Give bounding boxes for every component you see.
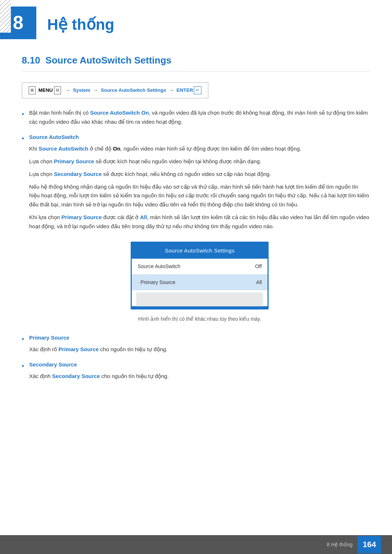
secondary-source-para: Xác định Secondary Source cho nguồn tín … <box>29 372 370 381</box>
grid-icon: ⊟ <box>54 86 61 94</box>
autoswitch-para5: Khi lựa chọn Primary Source được cài đặt… <box>29 213 370 231</box>
all-label: All <box>140 214 147 220</box>
autoswitch-para2: Lựa chọn Primary Source sẽ được kích hoạ… <box>29 157 370 166</box>
secondary-source-bold: Secondary Source <box>52 373 100 379</box>
menu-arrow3: → <box>169 87 174 93</box>
autoswitch-para4: Nếu hệ thống không nhận dạng cả nguồn tí… <box>29 182 370 209</box>
intro-bullet-item: • Bật màn hình hiển thị có Source AutoSw… <box>22 108 370 130</box>
menu-label: MENU <box>38 87 53 93</box>
source-autoswitch-bullet: • Source AutoSwitch Khi Source AutoSwitc… <box>22 133 370 330</box>
settings-row-primary: · Primary Source All <box>132 275 268 290</box>
menu-system: System <box>73 87 90 93</box>
autoswitch-para1: Khi Source AutoSwitch ở chế độ On, nguồn… <box>29 144 370 153</box>
settings-box-title: Source AutoSwitch Settings <box>132 243 268 259</box>
settings-box-body: Source AutoSwitch Off · Primary Source A… <box>132 259 268 306</box>
primary-source-bold: Primary Source <box>58 346 99 352</box>
intro-bullet-content: Bật màn hình hiển thị có Source AutoSwit… <box>29 108 370 130</box>
chapter-title: Hệ thống <box>47 9 114 37</box>
secondary-source-bullet: • Secondary Source Xác định Secondary So… <box>22 360 370 385</box>
autoswitch-para3: Lựa chọn Secondary Source sẽ được kích h… <box>29 170 370 179</box>
primary-source-header: Primary Source <box>29 333 370 342</box>
bullet-dot-1: • <box>22 109 24 120</box>
primary-source-ref2: Primary Source <box>61 214 102 220</box>
intro-para: Bật màn hình hiển thị có Source AutoSwit… <box>29 108 370 127</box>
settings-row1-value: Off <box>255 262 262 270</box>
bullet-dot-4: • <box>22 361 24 372</box>
primary-source-bullet: • Primary Source Xác định rõ Primary Sou… <box>22 333 370 358</box>
settings-row1-label: Source AutoSwitch <box>138 262 180 270</box>
menu-enter-label: ENTER <box>176 87 193 93</box>
primary-source-para: Xác định rõ Primary Source cho nguồn tín… <box>29 345 370 354</box>
content-area: 8.10 Source AutoSwitch Settings ⊞ MENU ⊟… <box>0 53 392 416</box>
menu-arrow2: → <box>93 87 98 93</box>
footer-page-number: 164 <box>358 536 381 553</box>
settings-row2-label: · Primary Source <box>138 278 175 286</box>
source-autoswitch-header: Source AutoSwitch <box>29 133 370 141</box>
settings-row-blurred <box>136 292 263 306</box>
autoswitch-on-label: Source AutoSwitch On <box>90 110 149 116</box>
image-caption: Hình ảnh hiển thị có thể khác nhau tùy t… <box>29 315 370 323</box>
footer: 8 Hệ thống 164 <box>0 535 392 554</box>
menu-icon: ⊞ <box>29 86 36 94</box>
source-autoswitch-content: Source AutoSwitch Khi Source AutoSwitch … <box>29 133 370 330</box>
menu-arrow1: → <box>65 87 70 93</box>
settings-row-autoswitch: Source AutoSwitch Off <box>132 259 268 274</box>
section-title: 8.10 Source AutoSwitch Settings <box>22 53 370 71</box>
footer-text: 8 Hệ thống <box>327 541 352 549</box>
on-label: On <box>113 145 121 152</box>
bullet-dot-2: • <box>22 134 24 144</box>
enter-icon: ↵ <box>194 86 201 94</box>
secondary-source-header: Secondary Source <box>29 360 370 369</box>
autoswitch-bold-1: Source AutoSwitch <box>38 145 88 152</box>
chapter-header: 8 Hệ thống <box>0 0 392 46</box>
menu-path-box: ⊞ MENU ⊟ → System → Source AutoSwitch Se… <box>22 82 208 98</box>
settings-row2-value: All <box>256 278 262 286</box>
primary-source-content: Primary Source Xác định rõ Primary Sourc… <box>29 333 370 358</box>
settings-box-wrapper: Source AutoSwitch Settings Source AutoSw… <box>29 242 370 309</box>
primary-source-ref1: Primary Source <box>54 158 94 164</box>
secondary-source-content: Secondary Source Xác định Secondary Sour… <box>29 360 370 385</box>
secondary-source-ref1: Secondary Source <box>54 171 102 177</box>
top-decoration <box>0 0 11 33</box>
bullet-dot-3: • <box>22 334 24 345</box>
settings-box: Source AutoSwitch Settings Source AutoSw… <box>131 242 269 309</box>
menu-highlight: Source AutoSwitch Settings <box>101 87 166 93</box>
